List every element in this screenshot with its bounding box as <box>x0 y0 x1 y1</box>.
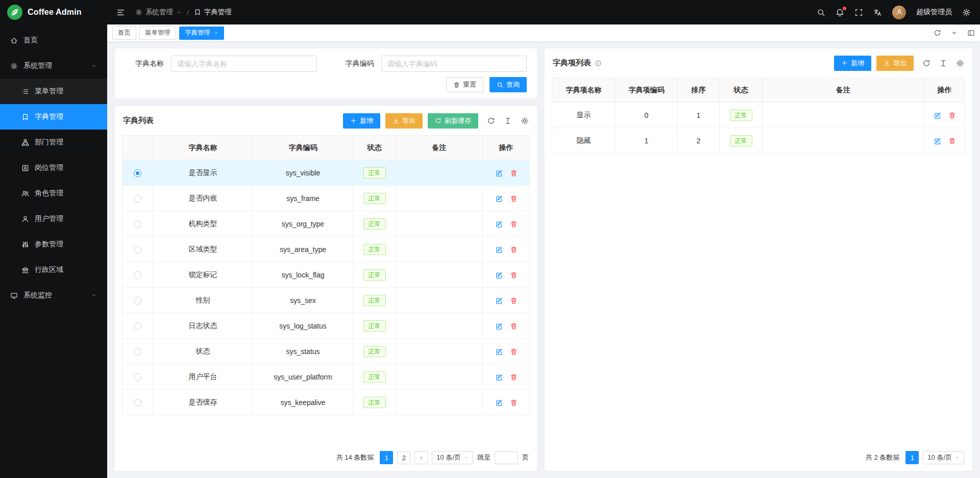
remark-cell <box>396 313 483 339</box>
delete-icon[interactable] <box>510 220 518 228</box>
chevron-down-icon[interactable] <box>950 29 958 37</box>
edit-icon[interactable] <box>495 220 503 228</box>
sidebar-item-dict[interactable]: 字典管理 <box>0 104 107 130</box>
row-select-radio[interactable] <box>134 271 141 279</box>
column-settings-gear-icon[interactable] <box>956 59 964 67</box>
refresh-icon[interactable] <box>487 117 495 125</box>
layout-icon[interactable] <box>967 29 975 37</box>
user-name[interactable]: 超级管理员 <box>916 8 952 17</box>
row-select-radio[interactable] <box>134 322 141 330</box>
delete-icon[interactable] <box>948 112 956 119</box>
page-button[interactable]: 2 <box>397 451 410 464</box>
edit-icon[interactable] <box>495 373 503 381</box>
edit-icon[interactable] <box>495 271 503 279</box>
table-row[interactable]: 用户平台sys_user_platform正常 <box>122 364 530 390</box>
edit-icon[interactable] <box>495 322 503 330</box>
table-row[interactable]: 是否缓存sys_keepalive正常 <box>122 390 530 415</box>
row-height-icon[interactable] <box>939 59 947 67</box>
sidebar-item-area[interactable]: 行政区域 <box>0 257 107 283</box>
table-row[interactable]: 机构类型sys_org_type正常 <box>122 211 530 237</box>
delete-icon[interactable] <box>510 195 518 203</box>
edit-icon[interactable] <box>495 399 503 407</box>
sidebar-item-home[interactable]: 首页 <box>0 28 107 53</box>
edit-icon[interactable] <box>495 195 503 203</box>
delete-icon[interactable] <box>510 399 518 407</box>
export-button[interactable]: 导出 <box>876 56 914 71</box>
delete-icon[interactable] <box>510 169 518 177</box>
item-code-cell: 0 <box>616 103 678 128</box>
edit-icon[interactable] <box>495 297 503 305</box>
sidebar-item-dept[interactable]: 部门管理 <box>0 130 107 155</box>
sidebar-item-menu[interactable]: 菜单管理 <box>0 79 107 104</box>
sidebar-item-role[interactable]: 角色管理 <box>0 181 107 206</box>
table-row[interactable]: 日志状态sys_log_status正常 <box>122 313 530 339</box>
refresh-icon[interactable] <box>922 59 930 67</box>
settings-gear-icon[interactable] <box>962 8 971 17</box>
edit-icon[interactable] <box>934 112 941 119</box>
translate-icon[interactable] <box>873 8 882 17</box>
sidebar-item-system[interactable]: 系统管理 <box>0 53 107 79</box>
table-row[interactable]: 显示01正常 <box>552 103 965 128</box>
info-icon[interactable] <box>595 60 602 67</box>
edit-icon[interactable] <box>495 348 503 356</box>
delete-icon[interactable] <box>948 137 956 145</box>
tab-item[interactable]: 首页 <box>112 27 136 40</box>
edit-icon[interactable] <box>934 137 941 145</box>
table-row[interactable]: 是否显示sys_visible正常 <box>122 160 530 186</box>
row-select-radio[interactable] <box>134 348 141 356</box>
query-button[interactable]: 查询 <box>489 77 527 92</box>
refresh-cache-button[interactable]: 刷新缓存 <box>428 113 478 129</box>
add-button[interactable]: 新增 <box>834 56 871 71</box>
table-row[interactable]: 锁定标记sys_lock_flag正常 <box>122 262 530 288</box>
jump-page-input[interactable] <box>495 451 518 464</box>
column-settings-gear-icon[interactable] <box>521 117 529 125</box>
page-size-select[interactable]: 10 条/页 <box>432 451 473 464</box>
dict-items-card: 字典项列表 新增 导出 <box>545 48 972 471</box>
add-button[interactable]: 新增 <box>343 113 380 129</box>
table-row[interactable]: 性别sys_sex正常 <box>122 288 530 313</box>
sidebar-item-user[interactable]: 用户管理 <box>0 206 107 232</box>
table-row[interactable]: 是否内嵌sys_frame正常 <box>122 186 530 211</box>
sidebar-item-post[interactable]: 岗位管理 <box>0 155 107 181</box>
sidebar-item-monitor[interactable]: 系统监控 <box>0 283 107 308</box>
delete-icon[interactable] <box>510 246 518 254</box>
reset-button[interactable]: 重置 <box>446 77 483 92</box>
table-row[interactable]: 区域类型sys_area_type正常 <box>122 237 530 262</box>
tab-item[interactable]: 字典管理 <box>179 27 224 40</box>
delete-icon[interactable] <box>510 271 518 279</box>
next-page-button[interactable] <box>414 451 428 464</box>
delete-icon[interactable] <box>510 322 518 330</box>
delete-icon[interactable] <box>510 348 518 356</box>
row-select-radio[interactable] <box>134 195 141 203</box>
sidebar-item-param[interactable]: 参数管理 <box>0 232 107 257</box>
fullscreen-icon[interactable] <box>854 8 863 17</box>
search-icon[interactable] <box>817 8 825 17</box>
page-button[interactable]: 1 <box>905 451 919 464</box>
row-select-radio[interactable] <box>134 373 141 381</box>
close-icon[interactable] <box>214 31 218 35</box>
edit-icon[interactable] <box>495 169 503 177</box>
row-select-radio[interactable] <box>134 246 141 254</box>
dict-code-cell: sys_keepalive <box>253 390 353 415</box>
notification-bell-icon[interactable] <box>836 8 844 17</box>
row-select-radio[interactable] <box>134 169 141 177</box>
refresh-icon[interactable] <box>934 29 941 37</box>
edit-icon[interactable] <box>495 246 503 254</box>
dict-code-input[interactable] <box>381 56 527 72</box>
delete-icon[interactable] <box>510 373 518 381</box>
dict-name-input[interactable] <box>171 56 317 72</box>
row-select-radio[interactable] <box>134 220 141 228</box>
page-button[interactable]: 1 <box>380 451 393 464</box>
breadcrumb-item-system[interactable]: 系统管理 <box>135 8 182 17</box>
delete-icon[interactable] <box>510 297 518 305</box>
avatar[interactable] <box>892 6 906 19</box>
collapse-menu-icon[interactable] <box>116 8 125 17</box>
table-row[interactable]: 隐藏12正常 <box>552 128 965 154</box>
row-height-icon[interactable] <box>504 117 512 125</box>
row-select-radio[interactable] <box>134 399 141 407</box>
table-row[interactable]: 状态sys_status正常 <box>122 339 530 364</box>
row-select-radio[interactable] <box>134 297 141 305</box>
export-button[interactable]: 导出 <box>385 113 423 129</box>
tab-item[interactable]: 菜单管理 <box>139 27 176 40</box>
page-size-select[interactable]: 10 条/页 <box>923 451 964 464</box>
